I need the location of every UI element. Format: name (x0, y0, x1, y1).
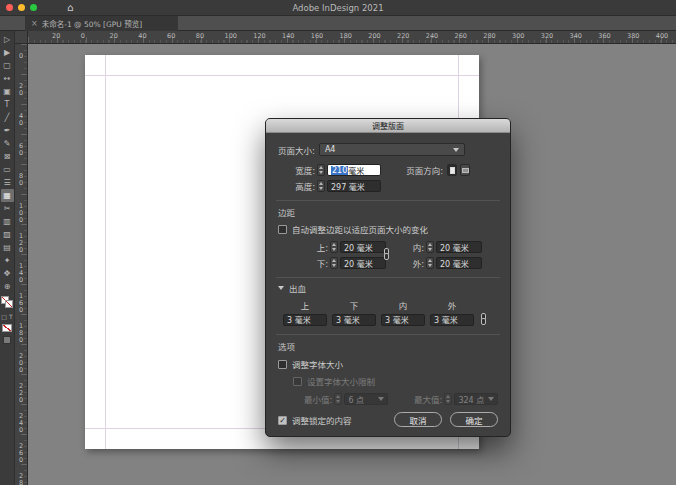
bleed-outside-input[interactable]: 3 毫米 (430, 314, 474, 326)
bleed-bottom-input[interactable]: 3 毫米 (332, 314, 376, 326)
margin-top-value: 20 毫米 (344, 242, 373, 253)
hruler-label: 260 (455, 32, 467, 40)
width-stepper[interactable] (317, 164, 325, 176)
gap-tool-icon[interactable]: ↔ (1, 72, 14, 85)
selection-tool-icon[interactable]: ▷ (1, 33, 14, 46)
pen-tool-icon[interactable]: ✒ (1, 124, 14, 137)
orientation-portrait-button[interactable] (447, 164, 457, 176)
hruler-label: 340 (570, 32, 582, 40)
vertical-ruler: 020406080100120140160180200220240260280 (15, 44, 28, 485)
type-tool-icon[interactable]: T (1, 98, 14, 111)
margin-inside-input[interactable]: 20 毫米 (436, 241, 482, 253)
height-stepper[interactable] (317, 180, 325, 192)
ok-button[interactable]: 确定 (450, 412, 498, 427)
margin-top-label: 上: (314, 241, 328, 253)
min-value-stepper[interactable] (334, 393, 342, 405)
hruler-label: 380 (627, 32, 639, 40)
content-collector-tool-icon[interactable]: ▣ (1, 85, 14, 98)
vruler-label: 160 (17, 292, 25, 313)
margin-guide-left (105, 55, 106, 449)
direct-selection-tool-icon[interactable]: ▶ (1, 46, 14, 59)
vruler-label: 240 (17, 412, 25, 433)
hruler-label: 320 (541, 32, 553, 40)
dialog-title: 调整版面 (266, 119, 510, 133)
margin-outside-input[interactable]: 20 毫米 (436, 257, 482, 269)
formatting-affects-icon[interactable]: T (9, 313, 13, 320)
max-value-stepper[interactable] (444, 393, 452, 405)
zoom-tool-icon[interactable]: ⊕ (1, 280, 14, 293)
orientation-landscape-button[interactable] (460, 164, 470, 176)
bleed-disclosure-icon[interactable] (278, 286, 284, 290)
adjust-font-size-checkbox[interactable] (278, 360, 287, 369)
hruler-label: 180 (340, 32, 352, 40)
page-tool-icon[interactable]: ▢ (1, 59, 14, 72)
note-tool-icon[interactable]: ▤ (1, 241, 14, 254)
margin-bottom-stepper[interactable] (330, 257, 338, 269)
vruler-label: 180 (17, 322, 25, 343)
hruler-label: 20 (52, 32, 60, 40)
gradient-feather-tool-icon[interactable]: ▨ (1, 228, 14, 241)
hruler-label: 80 (196, 32, 204, 40)
adjust-font-size-label: 调整字体大小 (292, 358, 343, 370)
max-value-label: 最大值: (414, 393, 442, 405)
document-tab-bar: × 未命名-1 @ 50% [GPU 预览] (0, 16, 676, 31)
margin-top-input[interactable]: 20 毫米 (340, 241, 386, 253)
width-input[interactable]: 210 毫米 (327, 164, 381, 176)
free-transform-tool-icon[interactable]: ☰ (1, 176, 14, 189)
height-input[interactable]: 297 毫米 (327, 180, 381, 192)
cancel-button[interactable]: 取消 (394, 412, 442, 427)
divider (276, 334, 500, 335)
hand-tool-icon[interactable]: ✥ (1, 267, 14, 280)
set-font-limits-label: 设置字体大小限制 (307, 375, 375, 387)
auto-adjust-margins-checkbox[interactable] (278, 225, 287, 234)
tab-close-icon[interactable]: × (31, 19, 38, 28)
formatting-affects-icons[interactable]: □T (1, 313, 12, 320)
bleed-inside-input[interactable]: 3 毫米 (381, 314, 425, 326)
apply-none-swatch[interactable] (2, 324, 12, 332)
page-size-value: A4 (325, 145, 336, 154)
scissors-tool-icon[interactable]: ✂ (1, 202, 14, 215)
rectangle-frame-tool-icon[interactable]: ⊠ (1, 150, 14, 163)
height-label: 高度: (291, 180, 315, 192)
fill-stroke-swatches[interactable] (1, 296, 13, 308)
pencil-tool-icon[interactable]: ✎ (1, 137, 14, 150)
vruler-label: 80 (17, 172, 25, 186)
color-theme-tool-icon[interactable]: ✦ (1, 254, 14, 267)
margin-top-stepper[interactable] (330, 241, 338, 253)
link-bleed-icon[interactable] (479, 313, 488, 326)
line-tool-icon[interactable]: ╱ (1, 111, 14, 124)
hruler-label: 20 (110, 32, 118, 40)
vruler-label: 280 (17, 472, 25, 485)
document-tab[interactable]: × 未命名-1 @ 50% [GPU 预览] (25, 16, 178, 31)
hruler-label: 100 (225, 32, 237, 40)
min-value-dropdown[interactable]: 6 点 (344, 393, 388, 405)
stroke-swatch[interactable] (5, 300, 13, 308)
gradient-swatch-tool-icon[interactable]: ▥ (1, 215, 14, 228)
app-window: ⌂ Adobe InDesign 2021 × 未命名-1 @ 50% [GPU… (0, 0, 676, 485)
margin-outside-stepper[interactable] (426, 257, 434, 269)
vruler-label: 20 (17, 82, 25, 96)
hruler-label: 140 (282, 32, 294, 40)
hruler-label: 60 (167, 32, 175, 40)
page-size-label: 页面大小: (278, 144, 315, 156)
options-section-label: 选项 (278, 340, 498, 352)
formatting-affects-icon[interactable]: □ (1, 313, 7, 320)
set-font-limits-checkbox[interactable] (293, 377, 302, 386)
bleed-top-input[interactable]: 3 毫米 (283, 314, 327, 326)
adjust-locked-content-checkbox[interactable]: ✓ (278, 416, 287, 425)
screen-mode-button[interactable] (3, 336, 11, 344)
max-value-dropdown[interactable]: 324 点 (454, 393, 498, 405)
link-margins-icon[interactable] (382, 248, 391, 263)
margin-inside-stepper[interactable] (426, 241, 434, 253)
hruler-label: 280 (483, 32, 495, 40)
width-label: 宽度: (291, 164, 315, 176)
hruler-label: 360 (598, 32, 610, 40)
horizontal-ruler: 2002040608010012014016018020022024026028… (28, 31, 676, 44)
table-grid-tool-icon[interactable]: ▦ (1, 189, 14, 202)
margin-bottom-input[interactable]: 20 毫米 (340, 257, 386, 269)
page-size-dropdown[interactable]: A4 (319, 143, 465, 156)
vruler-label: 140 (17, 262, 25, 283)
window-titlebar: ⌂ Adobe InDesign 2021 (0, 0, 676, 16)
bleed-outside-value: 3 毫米 (434, 314, 458, 325)
rectangle-tool-icon[interactable]: ▭ (1, 163, 14, 176)
